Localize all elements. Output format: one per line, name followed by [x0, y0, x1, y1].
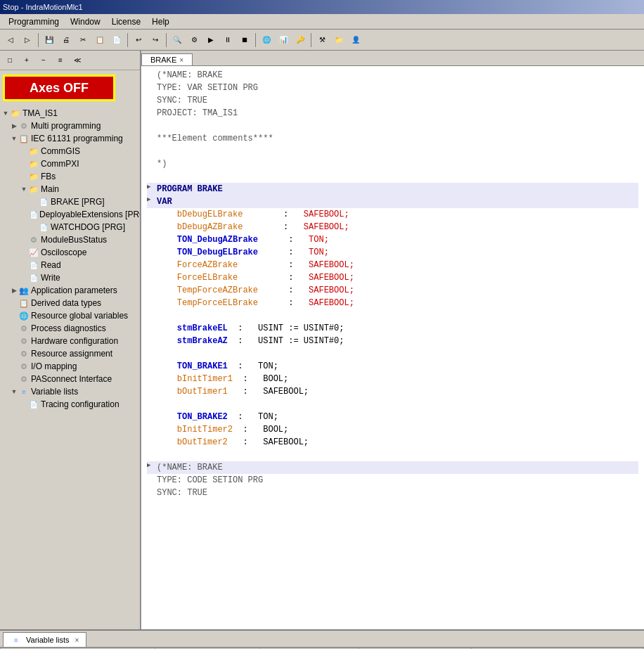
axes-off-button[interactable]: Axes OFF: [3, 75, 115, 101]
toolbar-btn-3[interactable]: 💾: [41, 32, 57, 48]
toolbar-btn-18[interactable]: ⚒: [314, 32, 330, 48]
tree-item-iec[interactable]: ▼ 📋 IEC 61131 programming: [0, 132, 140, 145]
code-line-2: TYPE: VAR SETION PRG: [147, 82, 638, 94]
tree-item-pasconnect[interactable]: ⚙ PASconnect Interface: [0, 373, 140, 385]
menu-bar: Programming Window License Help: [0, 14, 644, 30]
bottom-tab-varlists[interactable]: ≡ Variable lists ×: [3, 632, 86, 647]
toolbar-btn-10[interactable]: 🔍: [169, 32, 185, 48]
toolbar-btn-15[interactable]: 🌐: [259, 32, 274, 48]
editor-pane: BRAKE × (*NAME: BRAKE TYPE: VAR SETION P…: [141, 51, 644, 629]
tree-item-appparams[interactable]: ▶ 👥 Application parameters: [0, 284, 140, 297]
toolbar-btn-13[interactable]: ⏸: [220, 32, 236, 48]
toolbar-btn-11[interactable]: ⚙: [186, 32, 202, 48]
menu-license[interactable]: License: [106, 15, 146, 28]
sub-panel-btn-5[interactable]: ≪: [70, 53, 84, 68]
code-line-7: [147, 145, 638, 158]
toolbar-btn-5[interactable]: ✂: [75, 32, 91, 48]
tree-item-tracing[interactable]: 📄 Tracing configuration: [0, 398, 140, 411]
gear-icon-iomap: ⚙: [18, 361, 30, 372]
menu-programming[interactable]: Programming: [3, 15, 65, 28]
menu-help[interactable]: Help: [146, 15, 175, 28]
sub-panel-btn-3[interactable]: −: [37, 53, 51, 68]
editor-tab-brake[interactable]: BRAKE ×: [141, 53, 193, 65]
globe-icon-resglobal: 🌐: [18, 310, 30, 321]
tree-item-commgis[interactable]: 📁 CommGIS: [0, 145, 140, 158]
toolbar-btn-16[interactable]: 📊: [276, 32, 291, 48]
code-line-tempaz: TempForceAZBrake : SAFEBOOL;: [147, 284, 638, 297]
editor-tab-close[interactable]: ×: [179, 56, 183, 64]
toolbar-sep-2: [127, 33, 128, 47]
tree-item-procdiag[interactable]: ⚙ Process diagnostics: [0, 322, 140, 335]
toolbar-btn-1[interactable]: ◁: [3, 32, 18, 48]
code-line-debugel: bDebugELBrake : SAFEBOOL;: [147, 208, 638, 221]
toolbar-btn-20[interactable]: 👤: [348, 32, 363, 48]
toolbar-btn-14[interactable]: ⏹: [237, 32, 252, 48]
toolbar-btn-19[interactable]: 📁: [331, 32, 347, 48]
folder-icon-fbs: 📁: [28, 171, 39, 182]
sub-panel-bar: □ + − ≡ ≪: [0, 51, 140, 70]
tree-expander-appparams[interactable]: ▶: [10, 287, 18, 294]
toolbar-btn-2[interactable]: ▷: [20, 32, 35, 48]
sub-panel-btn-1[interactable]: □: [3, 53, 17, 68]
code-line-1: (*NAME: BRAKE: [147, 69, 638, 82]
tree-label-tma: TMA_IS1: [22, 108, 58, 118]
tree-item-resassign[interactable]: ⚙ Resource assignment: [0, 347, 140, 360]
tree-label-oscilo: Osciloscope: [41, 248, 86, 257]
sub-panel-btn-2[interactable]: +: [20, 53, 34, 68]
tree-label-modulebus: ModuleBusStatus: [41, 235, 107, 245]
editor-tab-label: BRAKE: [150, 56, 176, 64]
tree-item-main[interactable]: ▼ 📁 Main: [0, 183, 140, 195]
toolbar-btn-7[interactable]: 📄: [109, 32, 124, 48]
menu-window[interactable]: Window: [65, 15, 106, 28]
tree-item-iomap[interactable]: ⚙ I/O mapping: [0, 360, 140, 373]
tree-expander-iec[interactable]: ▼: [10, 135, 18, 142]
toolbar-btn-4[interactable]: 🖨: [58, 32, 74, 48]
code-area[interactable]: (*NAME: BRAKE TYPE: VAR SETION PRG SYNC:…: [141, 66, 644, 629]
tree-item-oscilo[interactable]: 📈 Osciloscope: [0, 246, 140, 259]
tree-item-write[interactable]: 📄 Write: [0, 271, 140, 284]
toolbar-btn-12[interactable]: ▶: [203, 32, 219, 48]
code-line-empty1: [147, 309, 638, 322]
sub-panel-btn-4[interactable]: ≡: [53, 53, 67, 68]
toolbar-btn-9[interactable]: ↪: [148, 32, 163, 48]
tree-expander-main[interactable]: ▼: [20, 186, 28, 193]
tree-label-resglobal: Resource global variables: [31, 311, 128, 321]
toolbar-sep-1: [38, 33, 39, 47]
tree-item-commpxi[interactable]: 📁 CommPXI: [0, 158, 140, 170]
code-line-empel: TempForceELBrake : SAFEBOOL;: [147, 297, 638, 309]
tree-item-fbs[interactable]: 📁 FBs: [0, 170, 140, 183]
tree-item-modulebus[interactable]: ⚙ ModuleBusStatus: [0, 233, 140, 246]
tree-expander-multi[interactable]: ▶: [10, 122, 18, 129]
code-line-empty3: [147, 398, 638, 411]
toolbar-btn-17[interactable]: 🔑: [292, 32, 308, 48]
bottom-tab-bar: ≡ Variable lists ×: [0, 631, 644, 648]
tree-item-derived[interactable]: 📋 Derived data types: [0, 297, 140, 309]
code-line-binit2: bInitTimer2 : BOOL;: [147, 423, 638, 436]
tree-label-deploy: DeployableExtensions [PRG]: [39, 210, 140, 219]
tree-expander-varlists[interactable]: ▼: [10, 388, 18, 395]
toolbar-btn-6[interactable]: 📋: [92, 32, 108, 48]
code-text-6: ***Element comments****: [157, 132, 273, 145]
tree-item-tma[interactable]: ▼ 📁 TMA_IS1: [0, 107, 140, 120]
title-text: Stop - IndraMotionMlc1: [3, 3, 83, 11]
tree-item-read[interactable]: 📄 Read: [0, 259, 140, 271]
code-line-sync2: SYNC: TRUE: [147, 487, 638, 499]
bottom-tab-close[interactable]: ×: [75, 636, 79, 644]
tree-expander-tma[interactable]: ▼: [1, 110, 10, 117]
tree-item-resglobal[interactable]: 🌐 Resource global variables: [0, 309, 140, 322]
toolbar-btn-8[interactable]: ↩: [131, 32, 146, 48]
var-icon-bottom: ≡: [11, 634, 22, 645]
prg-icon-watchdog: 📄: [38, 221, 49, 233]
code-line-ton-az: TON_DebugAZBrake : TON;: [147, 233, 638, 246]
tree-item-multi[interactable]: ▶ ⚙ Multi programming: [0, 120, 140, 132]
tree-item-varlists[interactable]: ▼ ≡ Variable lists: [0, 385, 140, 398]
doc-icon-write: 📄: [28, 272, 39, 283]
left-panel: □ + − ≡ ≪ Axes OFF ▼ 📁 TMA_IS1 ▶ ⚙ Multi…: [0, 51, 141, 629]
tree-item-deploy[interactable]: 📄 DeployableExtensions [PRG]: [0, 208, 140, 221]
tree-item-watchdog[interactable]: 📄 WATCHDOG [PRG]: [0, 221, 140, 233]
tree-label-hwconfig: Hardware configuration: [31, 336, 118, 346]
tree-item-brake[interactable]: 📄 BRAKE [PRG]: [0, 195, 140, 208]
tree-label-appparams: Application parameters: [31, 285, 117, 295]
tree-item-hwconfig[interactable]: ⚙ Hardware configuration: [0, 335, 140, 347]
code-line-stmaz: stmBrakeAZ : USINT := USINT#0;: [147, 335, 638, 347]
